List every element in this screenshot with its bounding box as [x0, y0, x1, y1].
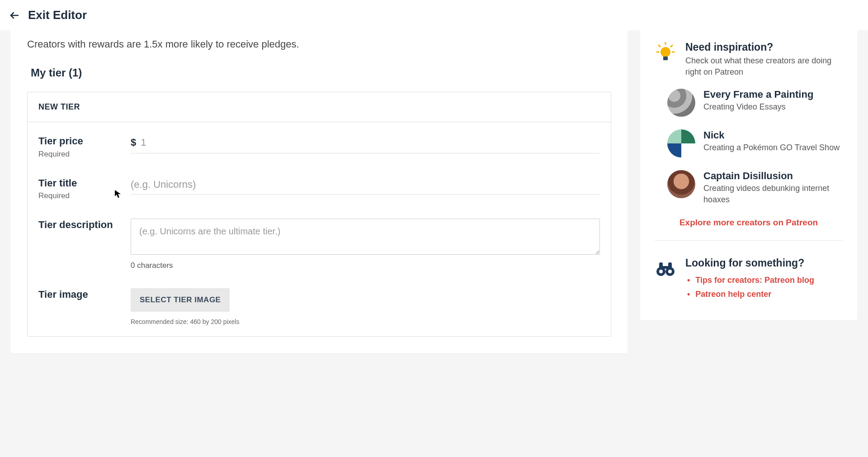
avatar: [667, 170, 695, 198]
exit-editor-label[interactable]: Exit Editor: [28, 8, 87, 22]
creator-name: Captain Disillusion: [703, 170, 843, 182]
avatar: [667, 89, 695, 117]
svg-point-10: [659, 270, 663, 273]
creator-name: Nick: [703, 129, 840, 141]
tier-image-row: Tier image SELECT TIER IMAGE Recommended…: [38, 288, 600, 325]
creator-desc: Creating a Pokémon GO Travel Show: [703, 142, 840, 153]
currency-symbol: $: [131, 137, 136, 148]
svg-line-2: [658, 45, 660, 47]
creator-item[interactable]: Nick Creating a Pokémon GO Travel Show: [667, 129, 843, 157]
binoculars-icon: [655, 257, 676, 279]
inspiration-sub: Check out what these creators are doing …: [685, 55, 843, 78]
image-size-hint: Recommended size: 460 by 200 pixels: [131, 318, 600, 325]
sidebar: Need inspiration? Check out what these c…: [640, 30, 857, 320]
svg-point-11: [668, 270, 672, 273]
looking-block: Looking for something? •Tips for creator…: [655, 257, 843, 304]
tier-title-row: Tier title Required: [38, 177, 600, 201]
inspiration-title: Need inspiration?: [685, 41, 843, 53]
top-header: Exit Editor: [0, 0, 868, 30]
inspiration-block: Need inspiration? Check out what these c…: [655, 41, 843, 241]
looking-title: Looking for something?: [685, 257, 814, 269]
creator-desc: Creating videos debunking internet hoaxe…: [703, 183, 843, 205]
lightbulb-icon: [655, 41, 676, 63]
tier-card: NEW TIER Tier price Required $: [27, 92, 611, 337]
tips-blog-link[interactable]: •Tips for creators: Patreon blog: [687, 276, 814, 285]
tier-title-required: Required: [38, 191, 120, 200]
creator-desc: Creating Video Essays: [703, 101, 813, 112]
creator-item[interactable]: Every Frame a Painting Creating Video Es…: [667, 89, 843, 117]
help-center-link[interactable]: •Patreon help center: [687, 290, 814, 299]
svg-line-3: [670, 45, 673, 47]
tier-title-input[interactable]: [131, 177, 600, 192]
select-tier-image-button[interactable]: SELECT TIER IMAGE: [131, 288, 230, 312]
rewards-subtitle: Creators with rewards are 1.5x more like…: [27, 30, 611, 67]
svg-rect-14: [663, 266, 668, 269]
svg-rect-7: [663, 57, 668, 60]
tier-description-row: Tier description 0 characters: [38, 219, 600, 270]
tiers-heading: My tier (1): [27, 67, 611, 79]
bullet-icon: •: [687, 290, 690, 299]
tier-card-header: NEW TIER: [28, 92, 611, 122]
character-count: 0 characters: [131, 261, 600, 270]
tier-price-input[interactable]: [141, 135, 600, 150]
main-panel: Creators with rewards are 1.5x more like…: [11, 30, 627, 353]
new-tier-label: NEW TIER: [38, 102, 600, 112]
tier-price-required: Required: [38, 150, 120, 159]
back-arrow-icon[interactable]: [9, 10, 20, 21]
svg-rect-12: [659, 262, 663, 269]
explore-creators-link[interactable]: Explore more creators on Patreon: [655, 218, 843, 241]
tier-price-row: Tier price Required $: [38, 135, 600, 159]
tier-description-input[interactable]: [131, 219, 600, 255]
svg-point-6: [660, 47, 670, 57]
tier-title-label: Tier title: [38, 177, 120, 190]
avatar: [667, 129, 695, 157]
tier-description-label: Tier description: [38, 219, 120, 232]
tier-image-label: Tier image: [38, 288, 120, 301]
bullet-icon: •: [687, 276, 690, 285]
tier-price-label: Tier price: [38, 135, 120, 148]
creator-name: Every Frame a Painting: [703, 89, 813, 100]
creator-item[interactable]: Captain Disillusion Creating videos debu…: [667, 170, 843, 205]
svg-rect-13: [668, 262, 672, 269]
